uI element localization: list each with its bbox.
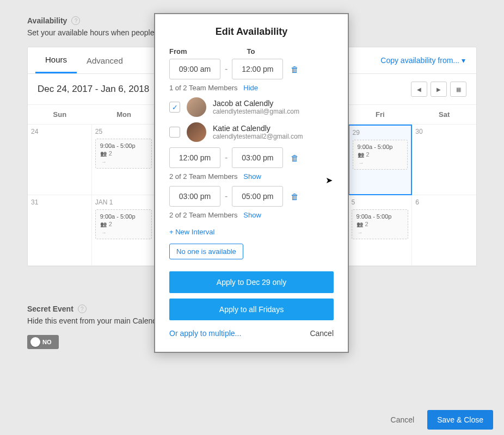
avatar — [187, 122, 206, 142]
cal-cell[interactable]: 5 9:00a - 5:00p 2 — [348, 195, 413, 266]
team-members-label: 2 of 2 Team Members — [169, 211, 237, 219]
day-number: 25 — [95, 128, 152, 135]
to-time-input[interactable]: 03:00 pm — [232, 147, 283, 168]
day-head-sun: Sun — [28, 105, 92, 125]
to-label: To — [247, 47, 255, 55]
from-label: From — [169, 47, 187, 55]
show-members-link[interactable]: Show — [243, 211, 261, 219]
people-icon — [100, 150, 107, 157]
member-name: Katie at Calendly — [213, 124, 303, 133]
tab-advanced[interactable]: Advanced — [77, 48, 133, 73]
cal-cell-selected[interactable]: 29 9:00a - 5:00p 2 — [348, 125, 413, 195]
people-icon — [357, 221, 363, 227]
modal-title: Edit Availability — [169, 26, 334, 38]
arrow-icon — [357, 229, 404, 235]
apply-to-date-button[interactable]: Apply to Dec 29 only — [169, 271, 334, 293]
toggle-label: NO — [42, 339, 52, 345]
member-checkbox[interactable]: ✓ — [169, 102, 180, 113]
event-time: 9:00a - 5:00p — [100, 213, 147, 220]
modal-cancel-button[interactable]: Cancel — [310, 329, 334, 338]
event-count: 2 — [365, 221, 368, 227]
people-icon — [358, 151, 364, 158]
dash: - — [225, 191, 228, 201]
arrow-icon — [358, 160, 403, 166]
member-checkbox[interactable] — [169, 127, 180, 138]
trash-icon[interactable]: 🗑 — [291, 192, 299, 201]
hide-members-link[interactable]: Hide — [243, 84, 258, 92]
trash-icon[interactable]: 🗑 — [291, 65, 299, 74]
team-members-label: 2 of 2 Team Members — [169, 172, 237, 181]
to-time-input[interactable]: 05:00 pm — [232, 186, 283, 207]
day-number: 31 — [31, 198, 88, 206]
from-time-input[interactable]: 03:00 pm — [169, 186, 220, 207]
day-number: 29 — [353, 129, 408, 136]
no-one-available-button[interactable]: No one is available — [169, 244, 243, 259]
availability-block[interactable]: 9:00a - 5:00p 2 — [95, 209, 152, 239]
prev-week-button[interactable]: ◀ — [411, 82, 427, 97]
dash: - — [225, 153, 228, 163]
day-head-mon: Mon — [92, 105, 156, 125]
cal-cell[interactable]: 31 — [28, 195, 92, 266]
copy-availability-label: Copy availability from... — [380, 56, 459, 65]
member-email: calendlytestemail2@gmail.com — [213, 133, 303, 140]
cancel-button[interactable]: Cancel — [383, 411, 422, 428]
apply-multiple-link[interactable]: Or apply to multiple... — [169, 329, 241, 338]
day-number: 6 — [415, 198, 473, 206]
trash-icon[interactable]: 🗑 — [291, 153, 299, 163]
avatar — [187, 97, 206, 117]
tab-hours[interactable]: Hours — [35, 47, 77, 73]
day-number: 5 — [352, 198, 409, 206]
from-time-input[interactable]: 09:00 am — [169, 59, 220, 79]
dash: - — [225, 64, 228, 74]
event-time: 9:00a - 5:00p — [358, 144, 403, 150]
calendar-picker-button[interactable]: ▦ — [450, 82, 466, 97]
toggle-knob — [30, 337, 40, 347]
event-time: 9:00a - 5:00p — [357, 213, 404, 220]
cal-cell[interactable]: 30 — [412, 125, 476, 195]
availability-block[interactable]: 9:00a - 5:00p 2 — [353, 140, 408, 170]
arrow-icon — [100, 159, 147, 165]
event-count: 2 — [109, 150, 112, 157]
day-number: JAN 1 — [95, 198, 152, 206]
next-week-button[interactable]: ▶ — [431, 82, 447, 97]
cal-cell[interactable]: 25 9:00a - 5:00p 2 — [92, 125, 156, 195]
apply-to-weekday-button[interactable]: Apply to all Fridays — [169, 299, 334, 320]
day-head-fri: Fri — [348, 105, 413, 125]
show-members-link[interactable]: Show — [243, 172, 261, 181]
help-icon[interactable]: ? — [78, 304, 87, 313]
save-close-button[interactable]: Save & Close — [427, 410, 493, 430]
help-icon[interactable]: ? — [71, 16, 80, 25]
cal-cell[interactable]: 6 — [412, 195, 476, 266]
edit-availability-modal: Edit Availability From To 09:00 am - 12:… — [154, 13, 349, 353]
event-count: 2 — [366, 151, 370, 158]
cal-cell[interactable]: JAN 1 9:00a - 5:00p 2 — [92, 195, 156, 266]
day-head-sat: Sat — [412, 105, 476, 125]
event-time: 9:00a - 5:00p — [100, 142, 147, 149]
availability-block[interactable]: 9:00a - 5:00p 2 — [352, 209, 409, 239]
to-time-input[interactable]: 12:00 pm — [232, 59, 283, 79]
member-name: Jacob at Calendly — [213, 99, 299, 108]
arrow-icon — [100, 229, 147, 235]
copy-availability-link[interactable]: Copy availability from... ▾ — [380, 56, 469, 65]
availability-block[interactable]: 9:00a - 5:00p 2 — [95, 139, 152, 169]
team-members-label: 1 of 2 Team Members — [169, 84, 237, 92]
member-email: calendlytestemail@gmail.com — [213, 108, 299, 115]
secret-toggle[interactable]: NO — [27, 335, 59, 349]
secret-event-title: Secret Event — [27, 304, 73, 313]
cal-cell[interactable]: 24 — [28, 125, 92, 195]
day-number: 30 — [415, 128, 473, 135]
date-range: Dec 24, 2017 - Jan 6, 2018 — [38, 84, 149, 95]
from-time-input[interactable]: 12:00 pm — [169, 147, 220, 168]
event-count: 2 — [109, 221, 112, 227]
availability-title: Availability — [27, 16, 67, 25]
day-number: 24 — [31, 128, 88, 135]
chevron-down-icon: ▾ — [462, 56, 465, 65]
people-icon — [100, 221, 107, 227]
new-interval-link[interactable]: + New Interval — [169, 228, 214, 236]
